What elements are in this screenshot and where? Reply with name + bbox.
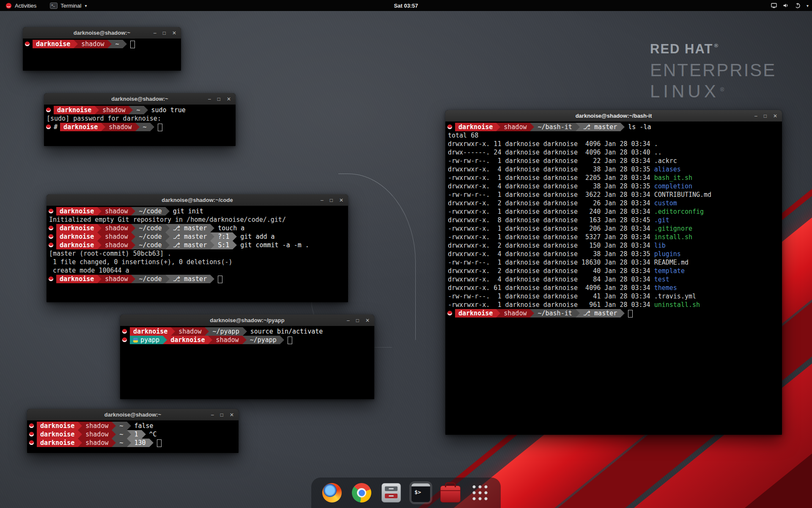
window-maximize-button[interactable]: □: [356, 318, 359, 323]
file-list-row: drwxrwxr-x. 2 darknoise darknoise 150 Ja…: [446, 241, 781, 250]
dock-show-apps-icon[interactable]: [469, 481, 491, 504]
window-close-button[interactable]: ✕: [230, 412, 234, 417]
dock-terminal-icon[interactable]: $>: [409, 481, 432, 504]
clock[interactable]: Sat 03:57: [394, 0, 418, 11]
file-name: bash_it.sh: [654, 174, 692, 182]
powerline-arrow-icon: [530, 309, 534, 318]
file-name: .travis.yml: [654, 293, 696, 300]
volume-icon[interactable]: [782, 2, 789, 9]
window-controls: –□✕: [211, 409, 234, 420]
terminal-content[interactable]: darknoiseshadow~: [23, 39, 181, 71]
powerline-arrow-icon: [210, 241, 214, 249]
window-close-button[interactable]: ✕: [227, 97, 231, 102]
activities-button[interactable]: Activities: [4, 0, 38, 11]
window-maximize-button[interactable]: □: [163, 30, 166, 36]
file-list-row: drwxrwxr-x. 2 darknoise darknoise 26 Jan…: [446, 199, 781, 207]
window-minimize-button[interactable]: –: [321, 198, 324, 203]
terminal-prompt-line: darknoiseshadow~1^C: [28, 430, 238, 439]
dock-toolbox-icon[interactable]: [439, 481, 462, 504]
file-list-row: drwxrwxr-x. 61 darknoise darknoise 4096 …: [446, 284, 781, 292]
terminal-prompt-line: darknoiseshadow~/code⎇ masterS:1git comm…: [47, 241, 347, 249]
terminal-cursor: [130, 41, 135, 48]
window-minimize-button[interactable]: –: [211, 412, 214, 417]
display-icon[interactable]: [771, 2, 777, 9]
window-minimize-button[interactable]: –: [347, 318, 350, 323]
prompt-segment-user: darknoise: [455, 309, 496, 318]
window-close-button[interactable]: ✕: [365, 318, 370, 323]
dock: $>: [311, 478, 501, 508]
command-text: git add a: [240, 232, 274, 241]
powerline-arrow-icon: [620, 123, 625, 131]
window-close-button[interactable]: ✕: [339, 198, 343, 203]
powerline-arrow-icon: [576, 309, 580, 318]
window-title: darknoise@shadow:~/pyapp: [145, 315, 349, 326]
file-list-row: -rw-rw-r--. 1 darknoise darknoise 3622 J…: [446, 190, 781, 199]
powerline-arrow-icon: [280, 336, 284, 344]
prompt-segment-user: darknoise: [37, 422, 78, 430]
file-name: .editorconfig: [654, 208, 704, 215]
terminal-content[interactable]: darknoiseshadow~sudo true[sudo] password…: [44, 105, 236, 146]
prompt-segment-git: ⎇ master: [580, 309, 621, 318]
window-maximize-button[interactable]: □: [217, 97, 220, 102]
command-text: false: [134, 422, 154, 430]
window-close-button[interactable]: ✕: [773, 113, 777, 119]
chevron-down-icon[interactable]: ▾: [807, 3, 809, 8]
terminal-window-3: darknoise@shadow:~/code–□✕darknoiseshado…: [47, 194, 348, 302]
terminal-content[interactable]: darknoiseshadow~/codegit initInitialized…: [47, 206, 348, 302]
file-name: template: [654, 267, 685, 275]
prompt-segment-path: ~/code: [135, 241, 165, 249]
terminal-window-1: darknoise@shadow:~–□✕darknoiseshadow~: [23, 27, 181, 71]
window-minimize-button[interactable]: –: [754, 113, 757, 119]
prompt-segment-path: ~: [116, 422, 126, 430]
window-titlebar[interactable]: darknoise@shadow:~/code–□✕: [47, 194, 348, 206]
terminal-content[interactable]: darknoiseshadow~falsedarknoiseshadow~1^C…: [27, 420, 239, 453]
window-maximize-button[interactable]: □: [330, 198, 333, 203]
dock-firefox-icon[interactable]: [321, 481, 343, 504]
root-prefix: #: [54, 123, 58, 131]
prompt-segment-user: darknoise: [56, 232, 97, 241]
window-minimize-button[interactable]: –: [154, 30, 156, 36]
activities-label: Activities: [15, 3, 36, 9]
window-maximize-button[interactable]: □: [764, 113, 767, 119]
redhat-prompt-icon: [49, 226, 53, 230]
terminal-content[interactable]: darknoiseshadow~/pyappsource bin/activat…: [120, 326, 374, 399]
terminal-cursor: [158, 124, 162, 131]
power-icon[interactable]: [794, 2, 801, 9]
window-titlebar[interactable]: darknoise@shadow:~/pyapp–□✕: [120, 315, 374, 326]
window-maximize-button[interactable]: □: [220, 412, 223, 417]
file-list-row: -rwxrwxr-x. 1 darknoise darknoise 206 Ja…: [446, 224, 781, 233]
powerline-arrow-icon: [149, 439, 154, 447]
prompt-segment-host: shadow: [102, 275, 131, 283]
app-menu-terminal[interactable]: Terminal ▾: [49, 0, 88, 11]
window-titlebar[interactable]: darknoise@shadow:~–□✕: [23, 27, 181, 39]
redhat-prompt-icon: [46, 108, 51, 112]
powerline-arrow-icon: [131, 232, 135, 241]
redhat-prompt-icon: [29, 440, 34, 445]
terminal-cursor: [218, 276, 222, 283]
command-text: git commit -a -m .: [240, 241, 309, 249]
dock-files-icon[interactable]: [380, 481, 403, 504]
powerline-arrow-icon: [233, 232, 237, 241]
terminal-prompt-line: darknoiseshadow~: [24, 40, 180, 48]
window-titlebar[interactable]: darknoise@shadow:~–□✕: [27, 409, 239, 421]
terminal-content[interactable]: darknoiseshadow~/bash-it⎇ masterls -lato…: [445, 121, 782, 435]
file-list-row: drwxrwxr-x. 8 darknoise darknoise 163 Ja…: [446, 216, 781, 224]
powerline-arrow-icon: [165, 207, 170, 215]
prompt-segment-path: ~: [133, 106, 143, 114]
prompt-segment-host: shadow: [78, 40, 107, 48]
window-titlebar[interactable]: darknoise@shadow:~/bash-it–□✕: [445, 110, 782, 122]
prompt-segment-path: ~: [116, 439, 126, 447]
prompt-segment-user: darknoise: [60, 123, 101, 131]
window-titlebar[interactable]: darknoise@shadow:~–□✕: [44, 93, 236, 105]
window-close-button[interactable]: ✕: [172, 30, 176, 36]
file-list-row: drwxrwxr-x. 4 darknoise darknoise 38 Jan…: [446, 165, 781, 174]
desktop: RED HAT® ENTERPRISE LINUX® Activities Te…: [0, 0, 812, 508]
powerline-arrow-icon: [165, 241, 170, 249]
window-minimize-button[interactable]: –: [208, 97, 211, 102]
powerline-arrow-icon: [107, 40, 112, 48]
redhat-prompt-icon: [49, 234, 53, 239]
dock-chrome-icon[interactable]: [350, 481, 373, 504]
file-name: ..: [654, 149, 662, 156]
prompt-segment-host: shadow: [99, 106, 129, 114]
redhat-prompt-icon: [25, 41, 30, 46]
